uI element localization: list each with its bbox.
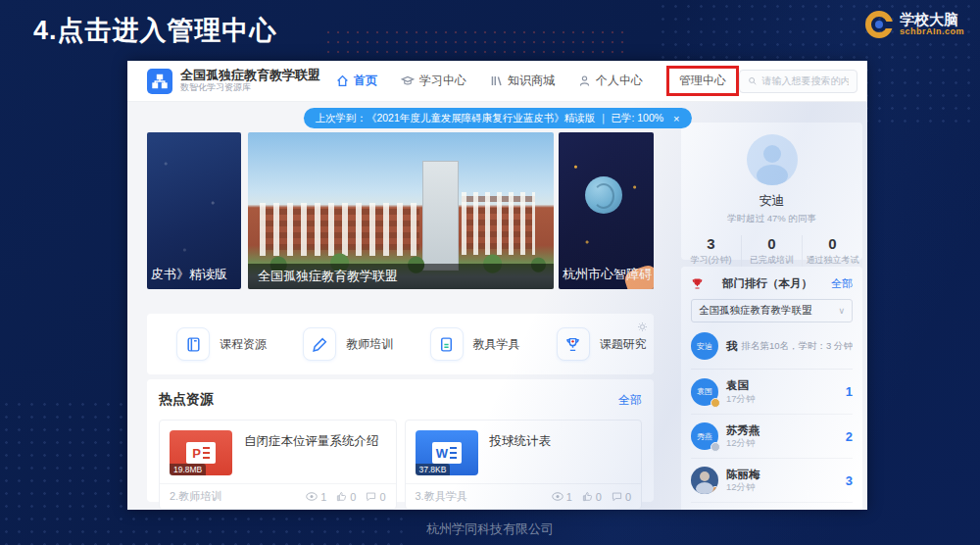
building-windows — [260, 203, 418, 256]
silver-medal-icon — [710, 442, 720, 452]
nav-item-personal-center[interactable]: 个人中心 — [578, 73, 643, 89]
avatar: 秀燕 — [691, 422, 718, 450]
word-file-icon: W 37.8KB — [416, 430, 478, 475]
brand-domain: schbrAIn.com — [900, 27, 964, 36]
avatar: 安迪 — [691, 332, 718, 360]
stat-learning-minutes: 3 学习(分钟) — [681, 235, 741, 267]
carousel-slide-previous[interactable]: 皮书》精读版 — [147, 132, 241, 289]
ranking-row: 袁国 袁国 17分钟 1 — [691, 370, 853, 414]
home-icon — [336, 74, 349, 87]
ranking-view-all-link[interactable]: 全部 — [831, 276, 853, 291]
resource-category: 2.教师培训 — [170, 489, 221, 504]
hot-resources-section: 热点资源 全部 P 19.8MB 自闭症本位评量系统介绍 2.教 — [147, 379, 654, 502]
feature-shortcuts: 课程资源 教师培训 教具学具 — [147, 314, 654, 374]
bronze-medal-icon — [710, 486, 718, 494]
nav-item-admin-center[interactable]: 管理中心 — [666, 66, 739, 96]
org-title-block: 全国孤独症教育教学联盟 数智化学习资源库 — [180, 69, 320, 92]
avatar — [691, 467, 718, 494]
book-icon — [176, 327, 210, 361]
org-subtitle: 数智化学习资源库 — [180, 83, 320, 93]
comment-icon[interactable] — [612, 491, 622, 502]
ranking-row: 陈丽梅 12分钟 3 — [691, 458, 853, 502]
top-navbar: 全国孤独症教育教学联盟 数智化学习资源库 首页 学习中心 — [127, 61, 867, 102]
comment-icon[interactable] — [366, 491, 376, 502]
resource-title: 自闭症本位评量系统介绍 — [244, 430, 379, 475]
pencil-icon — [303, 327, 336, 361]
nav-item-knowledge-mall[interactable]: 知识商城 — [490, 73, 555, 89]
user-profile-card: 安迪 学时超过 47% 的同事 3 学习(分钟) 0 已完成培训 0 通过独立考… — [681, 123, 862, 260]
webpage-screenshot: 全国孤独症教育教学联盟 数智化学习资源库 首页 学习中心 — [127, 61, 867, 510]
document-icon — [430, 327, 464, 361]
search-icon — [748, 75, 757, 86]
views-icon — [552, 492, 564, 501]
building-windows-right — [462, 192, 535, 255]
department-ranking-card: 部门排行（本月） 全部 全国孤独症教育教学联盟 ∨ 安迪 我 排名第10名，学时… — [681, 267, 862, 510]
ranking-title: 部门排行（本月） — [704, 276, 831, 291]
user-progress-note: 学时超过 47% 的同事 — [681, 213, 862, 225]
close-icon[interactable]: × — [673, 113, 679, 124]
trophy-icon — [557, 327, 590, 361]
carousel-caption-left: 皮书》精读版 — [151, 266, 227, 283]
last-learned-text: 上次学到：《2021年度儿童发展障碍康复行业蓝皮书》精读版 ｜ 已学: 100% — [315, 112, 663, 125]
views-icon — [306, 492, 318, 501]
stat-completed-trainings: 0 已完成培训 — [741, 235, 802, 267]
resource-category: 3.教具学具 — [416, 489, 467, 504]
gear-icon[interactable] — [637, 319, 648, 336]
carousel-caption-right: 杭州市心智障碍 — [563, 266, 652, 283]
last-learned-banner: 上次学到：《2021年度儿童发展障碍康复行业蓝皮书》精读版 ｜ 已学: 100%… — [303, 108, 691, 128]
hot-resources-title: 热点资源 — [159, 391, 214, 409]
rank-number: 3 — [846, 473, 853, 488]
feature-teacher-training[interactable]: 教师培训 — [303, 327, 400, 361]
ranking-row-me: 安迪 我 排名第10名，学时：3 分钟 — [691, 332, 853, 370]
like-icon[interactable] — [582, 491, 593, 502]
graduation-cap-icon — [401, 74, 415, 87]
feature-teaching-aids[interactable]: 教具学具 — [430, 327, 527, 361]
carousel-slide-current[interactable]: 全国孤独症教育教学联盟 — [248, 132, 554, 289]
carousel-slide-next[interactable]: 杭州市心智障碍 — [559, 132, 654, 289]
nav-item-learning-center[interactable]: 学习中心 — [401, 73, 466, 89]
user-name: 安迪 — [681, 192, 862, 210]
page-body: 上次学到：《2021年度儿童发展障碍康复行业蓝皮书》精读版 ｜ 已学: 100%… — [127, 102, 867, 510]
stat-passed-exams: 0 通过独立考试 — [802, 235, 862, 267]
planet-illustration — [585, 176, 622, 214]
nav-item-home[interactable]: 首页 — [336, 73, 377, 89]
banner-carousel[interactable]: 皮书》精读版 全国孤独症教育教学联盟 杭州市心智障碍 — [147, 132, 654, 289]
decor-dots-red — [323, 27, 627, 61]
org-logo-icon[interactable] — [147, 69, 172, 94]
file-size-badge: 37.8KB — [416, 464, 451, 475]
brand-logo: 学校大脑 schbrAIn.com — [865, 11, 964, 38]
rank-number: 2 — [846, 429, 853, 444]
feature-course-resources[interactable]: 课程资源 — [176, 327, 273, 361]
main-menu: 首页 学习中心 知识商城 — [336, 66, 739, 96]
carousel-caption-center: 全国孤独症教育教学联盟 — [248, 264, 554, 289]
chevron-down-icon: ∨ — [838, 306, 845, 316]
resource-card-word[interactable]: W 37.8KB 投球统计表 3.教具学具 1 0 0 — [405, 420, 643, 510]
like-icon[interactable] — [336, 491, 347, 502]
tutorial-slide: 4.点击进入管理中心 学校大脑 schbrAIn.com 全国孤独症教 — [0, 0, 980, 545]
resource-card-ppt[interactable]: P 19.8MB 自闭症本位评量系统介绍 2.教师培训 1 0 0 — [159, 420, 397, 510]
brand-swirl-icon — [865, 11, 893, 38]
step-title: 4.点击进入管理中心 — [33, 13, 277, 48]
my-rank-info: 排名第10名，学时：3 分钟 — [742, 340, 854, 353]
rank-number: 1 — [846, 384, 853, 399]
user-avatar[interactable] — [747, 134, 798, 185]
resource-title: 投球统计表 — [490, 430, 552, 475]
person-icon — [578, 74, 591, 87]
search-box[interactable] — [739, 70, 858, 93]
search-input[interactable] — [761, 75, 849, 86]
department-dropdown[interactable]: 全国孤独症教育教学联盟 ∨ — [691, 299, 853, 322]
gold-medal-icon — [710, 398, 720, 408]
brand-name: 学校大脑 — [900, 12, 964, 27]
ranking-row: 秀燕 苏秀燕 12分钟 2 — [691, 414, 853, 458]
org-chart-icon — [152, 74, 168, 89]
ranking-trophy-icon — [691, 277, 704, 290]
company-footer: 杭州学同科技有限公司 — [0, 520, 980, 538]
avatar: 袁国 — [691, 378, 718, 406]
books-icon — [490, 74, 503, 87]
file-size-badge: 19.8MB — [170, 464, 206, 475]
org-name: 全国孤独症教育教学联盟 — [180, 69, 320, 82]
hot-view-all-link[interactable]: 全部 — [618, 392, 642, 409]
ppt-file-icon: P 19.8MB — [170, 430, 232, 475]
ranking-row: 潘斯诗 10分钟 4 — [691, 502, 853, 510]
